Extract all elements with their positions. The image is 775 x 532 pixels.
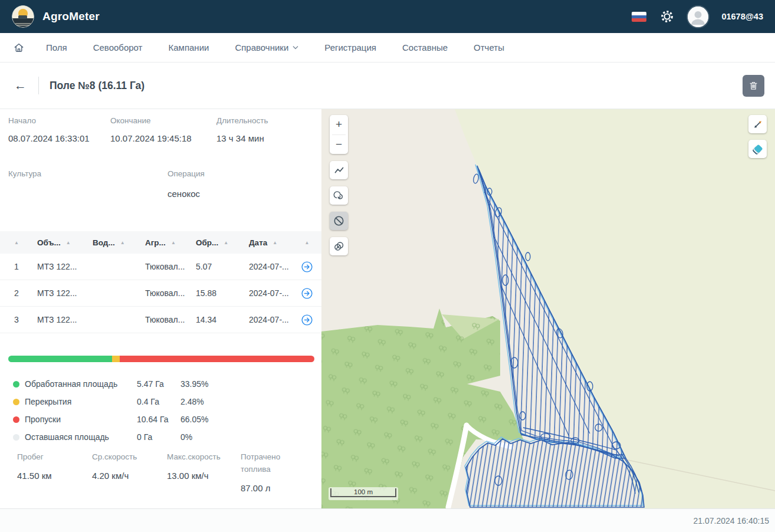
stat-value: 4.20 км/ч <box>92 470 167 482</box>
main-nav: Поля Севооборот Кампании Справочники Рег… <box>0 33 775 63</box>
legend-area: 10.64 Га <box>137 415 180 424</box>
duration-label: Длительность <box>216 116 321 125</box>
stat-max-speed: Макс.скорость 13.00 км/ч <box>167 451 241 494</box>
map-zoom-control: + − <box>330 115 348 154</box>
legend-dot <box>13 434 19 441</box>
col-driver: Вод... <box>93 238 115 247</box>
home-icon[interactable] <box>13 42 25 54</box>
operation-value: сенокос <box>168 189 321 199</box>
culture-value <box>8 189 168 199</box>
row-processed: 15.88 <box>182 288 235 298</box>
settings-gear-icon[interactable] <box>659 9 675 24</box>
legend-label: Перекрытия <box>25 397 137 406</box>
nav-item-composites[interactable]: Составные <box>402 42 448 52</box>
stat-label: Макс.скорость <box>167 451 241 463</box>
nav-item-reports[interactable]: Отчеты <box>474 42 504 52</box>
table-row[interactable]: 2 МТЗ 122... Тюковал... 15.88 2024-07-..… <box>0 280 321 307</box>
coverage-legend: Обработанная площадь 5.47 Га 33.95% Пере… <box>0 375 321 446</box>
row-object: МТЗ 122... <box>26 288 81 298</box>
legend-row-remaining: Оставшаяся площадь 0 Га 0% <box>13 428 321 446</box>
table-header: ▲ Объ...▲ Вод...▲ Агр...▲ Обр...▲ Дата▲ … <box>0 231 321 254</box>
title-bar: ← Поле №8 (16.11 Га) <box>0 63 775 109</box>
nav-item-crop-rotation[interactable]: Севооборот <box>93 42 143 52</box>
overlap-circles-icon <box>333 241 344 252</box>
sort-icon[interactable]: ▲ <box>305 240 310 245</box>
user-avatar[interactable] <box>688 6 708 27</box>
sort-icon[interactable]: ▲ <box>224 240 228 245</box>
expand-icon <box>753 119 763 130</box>
stat-mileage: Пробег 41.50 км <box>17 451 92 494</box>
start-label: Начало <box>8 116 110 125</box>
legend-row-missed: Пропуски 10.64 Га 66.05% <box>13 411 321 428</box>
user-id[interactable]: 01678@43 <box>721 12 763 21</box>
row-processed: 5.07 <box>182 262 235 271</box>
end-value: 10.07.2024 19:45:18 <box>110 133 216 143</box>
legend-dot <box>13 381 19 387</box>
nav-item-directories[interactable]: Справочники <box>235 42 298 52</box>
app-header: AgroMeter 01678@43 <box>0 0 775 33</box>
sort-icon[interactable]: ▲ <box>66 240 71 245</box>
col-processed: Обр... <box>196 238 218 247</box>
coverage-segment-missed <box>120 356 314 362</box>
app-name: AgroMeter <box>42 10 100 23</box>
back-button[interactable]: ← <box>11 78 30 93</box>
map-scale-bar: 100 m <box>329 487 398 500</box>
no-entry-icon <box>333 215 344 226</box>
sort-icon[interactable]: ▲ <box>272 240 277 245</box>
legend-pct: 66.05% <box>180 415 321 424</box>
stat-fuel: Потрачено топлива 87.00 л <box>241 451 304 494</box>
open-row-icon[interactable] <box>301 288 313 299</box>
legend-area: 0.4 Га <box>137 397 180 406</box>
footer-timestamp: 21.07.2024 16:40:15 <box>694 516 769 526</box>
stat-label: Потрачено топлива <box>241 451 304 475</box>
col-date: Дата <box>249 238 267 247</box>
spiral-track-button[interactable] <box>330 186 348 205</box>
map-basemap <box>321 109 775 508</box>
operation-label: Операция <box>168 169 321 178</box>
spiral-icon <box>333 190 344 201</box>
nav-item-fields[interactable]: Поля <box>46 42 67 52</box>
hide-track-button[interactable] <box>330 212 348 230</box>
zoom-in-button[interactable]: + <box>330 115 348 134</box>
layers-button[interactable] <box>748 140 767 158</box>
stat-value: 41.50 км <box>17 470 92 482</box>
scale-label: 100 m <box>330 488 396 497</box>
delete-button[interactable] <box>743 75 764 97</box>
legend-pct: 0% <box>180 432 321 442</box>
language-flag-icon[interactable] <box>632 12 646 22</box>
fullscreen-button[interactable] <box>748 115 767 133</box>
trash-icon <box>748 81 758 91</box>
stat-value: 87.00 л <box>241 482 304 494</box>
stat-label: Ср.скорость <box>92 451 167 463</box>
sort-icon[interactable]: ▲ <box>171 240 176 245</box>
row-agregate: Тюковал... <box>132 262 182 271</box>
col-agregate: Агр... <box>145 238 166 247</box>
sort-icon[interactable]: ▲ <box>14 240 19 245</box>
zoom-out-button[interactable]: − <box>330 135 348 155</box>
overlap-circles-button[interactable] <box>330 237 348 255</box>
open-row-icon[interactable] <box>301 314 313 326</box>
row-date: 2024-07-... <box>235 288 293 298</box>
row-object: МТЗ 122... <box>26 315 81 324</box>
legend-area: 0 Га <box>137 432 180 442</box>
coverage-progress-bar <box>8 356 314 362</box>
row-date: 2024-07-... <box>235 262 293 271</box>
col-object: Объ... <box>37 238 61 247</box>
stat-label: Пробег <box>17 451 92 463</box>
sort-icon[interactable]: ▲ <box>120 240 125 245</box>
legend-row-overlap: Перекрытия 0.4 Га 2.48% <box>13 393 321 411</box>
nav-item-registration[interactable]: Регистрация <box>324 42 376 52</box>
map-canvas[interactable]: + − <box>321 109 775 508</box>
table-row[interactable]: 3 МТЗ 122... Тюковал... 14.34 2024-07-..… <box>0 307 321 333</box>
track-line-button[interactable] <box>330 161 348 179</box>
table-row[interactable]: 1 МТЗ 122... Тюковал... 5.07 2024-07-... <box>0 254 321 280</box>
summary-section: Начало 08.07.2024 16:33:01 Окончание 10.… <box>0 109 321 143</box>
culture-label: Культура <box>8 169 168 178</box>
open-row-icon[interactable] <box>301 261 313 272</box>
legend-label: Оставшаяся площадь <box>25 432 137 442</box>
culture-section: Культура Операция сенокос <box>0 169 321 199</box>
field-details-panel: Начало 08.07.2024 16:33:01 Окончание 10.… <box>0 109 321 508</box>
stat-value: 13.00 км/ч <box>167 470 241 482</box>
divider <box>38 77 39 94</box>
nav-item-campaigns[interactable]: Кампании <box>169 42 209 52</box>
